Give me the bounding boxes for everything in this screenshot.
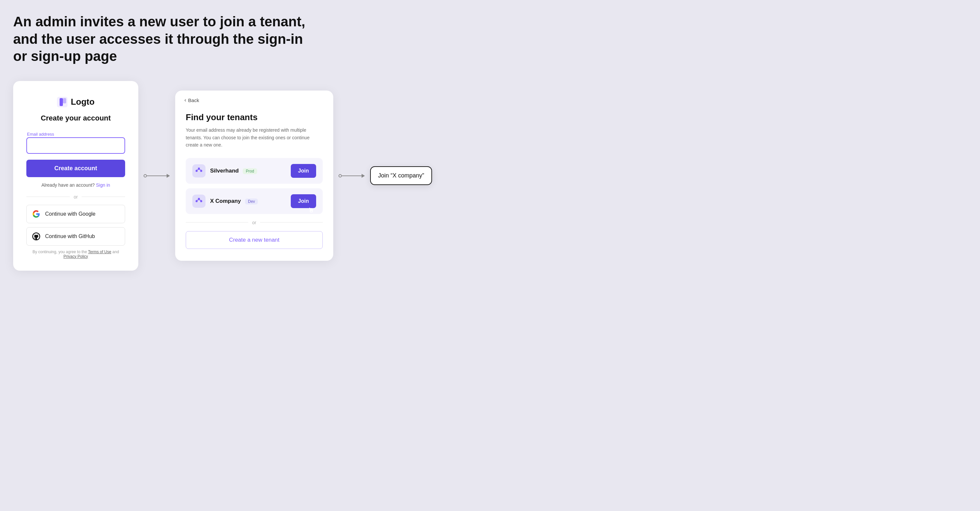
terms-link[interactable]: Terms of Use [88,250,111,254]
arrow-head-1 [167,174,170,178]
google-button[interactable]: Continue with Google [26,205,125,223]
arrow-dot-1 [143,174,147,177]
arrow-1 [138,174,175,178]
svg-rect-1 [60,98,63,106]
tenant-badge-xcompany: Dev [245,199,258,204]
find-desc: Your email address may already be regist… [186,126,323,148]
back-chevron-icon: ‹ [185,97,186,103]
arrow-shaft-2 [342,175,361,176]
divider-or: or [26,194,125,199]
arrow-head-2 [361,174,365,178]
github-button[interactable]: Continue with GitHub [26,227,125,246]
join-tooltip: Join “X company” [370,166,432,185]
card-title: Create your account [26,114,125,123]
find-title: Find your tenants [186,112,323,123]
header-line2: and the user accesses it through the sig… [13,31,303,64]
svg-line-7 [197,170,199,170]
tenant-name-xcompany: X Company [210,198,241,204]
page-header: An admin invites a new user to join a te… [13,13,310,65]
github-button-label: Continue with GitHub [45,234,95,239]
logto-logo-icon [57,97,67,107]
svg-rect-11 [200,200,202,202]
tenant-card-xcompany: X Company Dev Join 🖱 [186,188,323,214]
email-label: Email address [26,132,125,137]
tenant-icon-xcompany [192,194,205,208]
tenant-card-silverhand: Silverhand Prod Join [186,158,323,184]
svg-rect-9 [196,200,197,202]
signin-link[interactable]: Sign in [96,182,110,188]
back-button[interactable]: ‹ Back [175,91,333,103]
github-icon [32,232,40,241]
tenant-info-xcompany: X Company Dev [210,198,286,204]
find-tenants-card: ‹ Back Find your tenants Your email addr… [175,91,333,260]
signin-row: Already have an account? Sign in [26,182,125,188]
panels-row: Logto Create your account Email address … [13,81,967,271]
divider-or-right: or [186,220,323,225]
cursor-icon: 🖱 [308,207,314,214]
join-button-xcompany[interactable]: Join 🖱 [291,194,316,208]
logo-row: Logto [26,97,125,107]
svg-rect-6 [200,170,202,172]
svg-rect-2 [63,98,66,103]
svg-rect-5 [198,167,200,170]
arrow-dot-2 [339,174,342,177]
logo-text: Logto [71,97,94,107]
tenant-name-silverhand: Silverhand [210,167,239,174]
tenant-icon-silverhand [192,164,205,177]
org-icon-silverhand [195,167,202,175]
arrow-shaft-1 [147,175,167,176]
email-field-wrap: Email address [26,132,125,154]
join-button-silverhand[interactable]: Join [291,164,316,178]
org-icon-xcompany [195,197,202,205]
google-icon [32,210,40,218]
svg-line-8 [199,170,201,170]
privacy-link[interactable]: Privacy Policy [64,254,88,259]
terms-row: By continuing, you agree to the Terms of… [26,250,125,259]
signup-card: Logto Create your account Email address … [13,81,138,271]
header-line1: An admin invites a new user to join a te… [13,14,305,29]
create-account-button[interactable]: Create account [26,160,125,177]
svg-rect-4 [196,170,197,172]
right-content: Find your tenants Your email address may… [175,103,333,260]
email-input[interactable] [26,137,125,154]
arrow-2 [333,174,370,178]
google-button-label: Continue with Google [45,211,95,217]
tenant-info-silverhand: Silverhand Prod [210,167,286,174]
svg-rect-10 [198,198,200,200]
tenant-badge-silverhand: Prod [243,168,257,174]
svg-line-13 [199,200,201,200]
create-new-tenant-button[interactable]: Create a new tenant [186,231,323,249]
back-label: Back [188,97,199,103]
svg-line-12 [197,200,199,200]
